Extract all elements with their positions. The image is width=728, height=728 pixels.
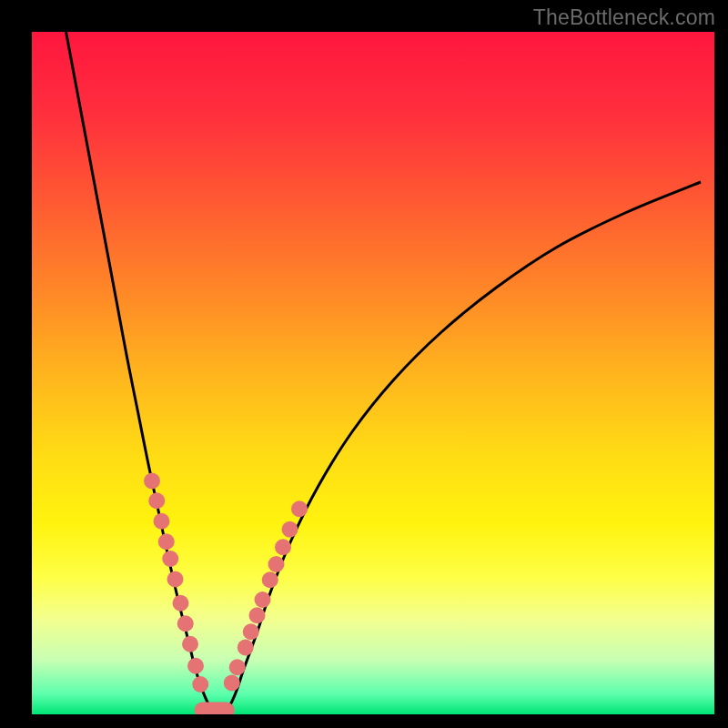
watermark-text: TheBottleneck.com bbox=[533, 5, 715, 30]
marker-dot bbox=[162, 551, 178, 567]
marker-dot bbox=[282, 521, 298, 538]
marker-dot bbox=[262, 571, 278, 588]
chart-svg bbox=[32, 32, 714, 714]
chart-frame: TheBottleneck.com bbox=[0, 0, 728, 728]
marker-dot bbox=[192, 676, 208, 693]
marker-dot bbox=[158, 533, 175, 550]
marker-dot bbox=[243, 623, 259, 640]
marker-dot bbox=[249, 607, 266, 623]
marker-dot bbox=[182, 636, 198, 652]
marker-dot bbox=[268, 556, 285, 572]
plot-area bbox=[32, 32, 714, 714]
marker-dot bbox=[144, 473, 160, 490]
marker-dot bbox=[187, 658, 204, 674]
marker-dot bbox=[167, 571, 184, 588]
marker-dot bbox=[173, 595, 189, 612]
marker-dot bbox=[229, 659, 246, 675]
marker-dot bbox=[154, 513, 170, 530]
markers-right bbox=[224, 500, 308, 691]
marker-dot bbox=[291, 500, 308, 517]
markers-left bbox=[144, 473, 208, 693]
marker-dot bbox=[255, 592, 271, 608]
marker-dot bbox=[177, 615, 194, 632]
bottleneck-curve bbox=[66, 32, 702, 713]
marker-dot bbox=[148, 492, 165, 509]
marker-dot bbox=[275, 539, 291, 555]
marker-dot bbox=[224, 675, 240, 692]
marker-dot bbox=[238, 640, 254, 656]
